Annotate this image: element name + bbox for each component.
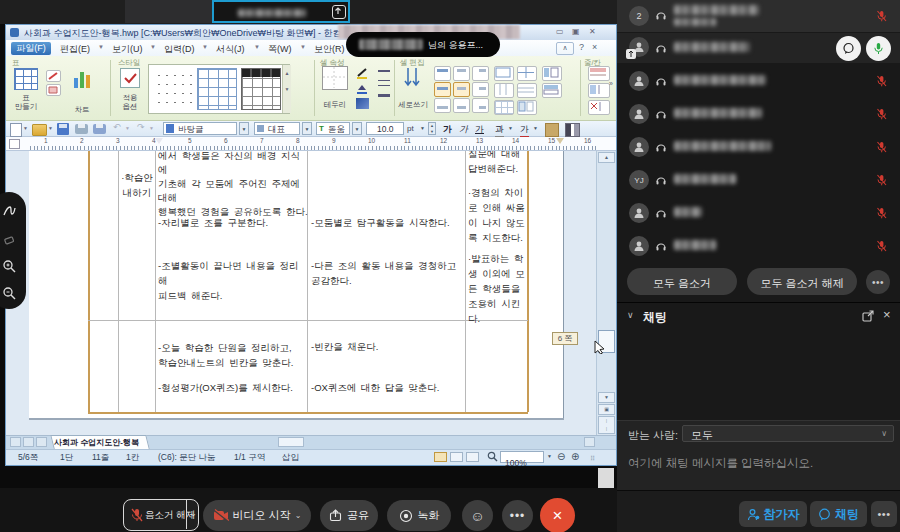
participants-more-button[interactable]: ••• bbox=[866, 270, 890, 294]
chat-close-icon[interactable]: × bbox=[883, 307, 891, 322]
zoom-out-button[interactable]: ⊖ bbox=[557, 451, 565, 462]
vertical-text-label[interactable]: 세로쓰기 bbox=[394, 100, 432, 110]
menu-view[interactable]: 보기(U) bbox=[112, 43, 143, 56]
help-button[interactable]: ? bbox=[579, 42, 584, 52]
para-style-combo[interactable]: 바탕글 bbox=[163, 122, 237, 135]
open-folder-caret[interactable]: ▼ bbox=[48, 125, 53, 131]
columns-button[interactable] bbox=[565, 123, 580, 137]
cell-tool-2-icon[interactable] bbox=[517, 83, 537, 98]
record-button[interactable]: 녹화 bbox=[387, 500, 451, 531]
pen-style-icon[interactable] bbox=[356, 68, 369, 79]
char-style-combo[interactable]: 대표 bbox=[254, 122, 300, 135]
view-mode-split-icon[interactable] bbox=[466, 452, 479, 462]
cell-border-label[interactable]: 테두리 bbox=[314, 100, 356, 110]
ribbon-expand-icon[interactable]: » bbox=[609, 80, 613, 87]
font-combo[interactable]: T 돋움 bbox=[316, 122, 350, 135]
italic-button[interactable]: 가 bbox=[459, 123, 468, 136]
font-color-caret[interactable]: ▼ bbox=[533, 125, 538, 131]
share-screen-icon[interactable] bbox=[332, 5, 346, 19]
unmute-all-button[interactable]: 모두 음소거 해제 bbox=[747, 268, 857, 295]
annotate-pen-icon[interactable] bbox=[2, 203, 17, 218]
style-preview-dots[interactable] bbox=[153, 68, 193, 110]
window-minimize-button[interactable]: ▭ bbox=[556, 27, 564, 36]
doc-tab-label[interactable]: 사회과 수업지도안-행복 bbox=[54, 437, 139, 448]
end-meeting-button[interactable]: × bbox=[540, 498, 575, 532]
align-top-right-icon[interactable] bbox=[472, 66, 489, 81]
merge-cells-icon[interactable] bbox=[494, 66, 514, 81]
vscroll-down-button[interactable]: ▼ bbox=[598, 392, 615, 403]
zoom-out-tool-icon[interactable] bbox=[2, 286, 17, 301]
style-preview-grid[interactable] bbox=[197, 68, 237, 110]
reactions-button[interactable]: ☺ bbox=[462, 500, 493, 531]
align-top-center-icon[interactable] bbox=[453, 66, 470, 81]
align-bottom-right-icon[interactable] bbox=[472, 98, 489, 113]
chat-popout-icon[interactable] bbox=[862, 310, 874, 322]
zoom-in-tool-icon[interactable] bbox=[2, 259, 17, 274]
table-eraser-icon[interactable] bbox=[46, 70, 61, 82]
annotate-eraser-icon[interactable] bbox=[3, 233, 16, 246]
new-doc-caret[interactable]: ▼ bbox=[23, 125, 28, 131]
font-size-caret[interactable]: ▼ bbox=[420, 125, 425, 131]
delete-row-icon[interactable] bbox=[588, 100, 610, 115]
ruler-margin-marker[interactable] bbox=[556, 138, 564, 144]
unmute-caret-icon[interactable]: ⌄ bbox=[190, 509, 197, 518]
shade-button[interactable]: 과 bbox=[495, 123, 504, 138]
prev-page-button[interactable]: ▣ bbox=[598, 404, 615, 415]
participant-2-mic-active-button[interactable] bbox=[866, 36, 891, 61]
participant-2-chat-button[interactable] bbox=[836, 36, 861, 61]
align-top-left-icon[interactable] bbox=[434, 66, 451, 81]
apply-options-label[interactable]: 적용 옵션 bbox=[112, 93, 148, 111]
menu-security[interactable]: 보안(R) bbox=[314, 43, 345, 56]
footer-participants-button[interactable]: 참가자 bbox=[739, 501, 807, 527]
hwp-document-area[interactable]: ·학습안 내하기 에서 학생들은 자신의 배경 지식에 기초해 각 모둠에 주어… bbox=[6, 151, 596, 435]
chat-to-select[interactable]: 모두 ∨ bbox=[682, 425, 894, 442]
chart-icon[interactable] bbox=[72, 68, 92, 90]
menu-file[interactable]: 파일(F) bbox=[11, 42, 51, 55]
zoom-level-caret[interactable]: ▼ bbox=[547, 453, 552, 459]
zoom-in-button[interactable]: ⊕ bbox=[571, 451, 579, 462]
share-button[interactable]: 공유 bbox=[320, 500, 378, 531]
zoom-level-box[interactable]: 100% bbox=[500, 451, 544, 463]
row-height-icon[interactable] bbox=[542, 83, 562, 98]
highlight-button[interactable] bbox=[545, 123, 559, 137]
save-icon[interactable] bbox=[57, 123, 69, 135]
chat-collapse-icon[interactable]: ∨ bbox=[627, 310, 634, 320]
redo-caret[interactable]: ▼ bbox=[149, 125, 154, 131]
unmute-button[interactable]: 음소거 해제 ⌄ bbox=[123, 499, 199, 531]
align-bottom-center-icon[interactable] bbox=[453, 98, 470, 113]
start-video-caret-icon[interactable]: ⌄ bbox=[295, 511, 302, 520]
fill-color-icon[interactable] bbox=[356, 98, 369, 109]
window-maximize-button[interactable]: ▣ bbox=[572, 27, 580, 36]
align-bottom-left-icon[interactable] bbox=[434, 98, 451, 113]
create-table-icon[interactable] bbox=[14, 68, 38, 90]
print-preview-icon[interactable] bbox=[93, 124, 106, 134]
vscroll-up-button[interactable]: ▲ bbox=[598, 152, 615, 163]
ruler-indent-marker[interactable] bbox=[155, 138, 163, 144]
view-mode-page-icon[interactable] bbox=[434, 452, 447, 462]
undo-caret[interactable]: ▼ bbox=[125, 125, 130, 131]
create-table-label[interactable]: 표 만들기 bbox=[4, 93, 48, 111]
print-icon[interactable] bbox=[75, 124, 88, 134]
cell-tool-1-icon[interactable] bbox=[494, 83, 514, 98]
open-folder-icon[interactable] bbox=[32, 124, 47, 136]
more-button[interactable]: ••• bbox=[502, 500, 533, 531]
menu-edit[interactable]: 편집(E) bbox=[60, 43, 90, 56]
vertical-text-icon[interactable] bbox=[402, 66, 424, 90]
menu-input[interactable]: 입력(D) bbox=[164, 43, 195, 56]
align-middle-center-icon[interactable] bbox=[453, 82, 470, 97]
footer-chat-button[interactable]: 채팅 bbox=[810, 501, 867, 527]
ruler-tab-selector[interactable] bbox=[9, 139, 20, 149]
style-gallery-scroll[interactable]: ▲▼ bbox=[282, 65, 291, 113]
align-middle-left-icon[interactable] bbox=[434, 82, 451, 97]
bold-button[interactable]: 가 bbox=[443, 123, 452, 136]
mute-all-button[interactable]: 모두 음소거 bbox=[627, 268, 737, 295]
chart-label[interactable]: 차트 bbox=[68, 105, 96, 115]
menu-format[interactable]: 서식(J) bbox=[216, 43, 245, 56]
cell-tool-4-icon[interactable] bbox=[517, 100, 537, 115]
menu-page[interactable]: 쪽(W) bbox=[268, 43, 292, 56]
line-width-icon[interactable] bbox=[378, 85, 390, 97]
pen-color-icon[interactable] bbox=[356, 83, 369, 94]
font-size-stepper[interactable]: ▲▼ bbox=[428, 122, 436, 135]
window-close-button[interactable]: ✕ bbox=[589, 27, 596, 36]
cell-eraser-icon[interactable] bbox=[46, 84, 61, 96]
